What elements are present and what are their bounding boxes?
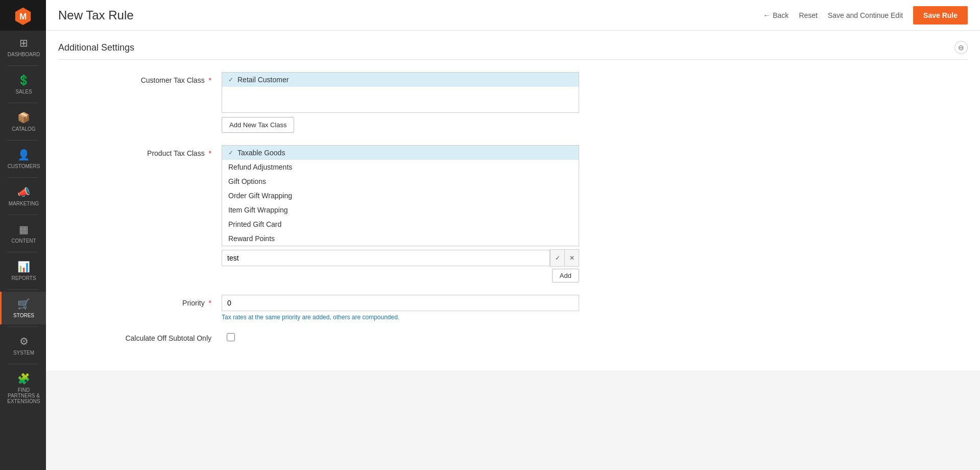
priority-row: Priority * Tax rates at the same priorit… [58, 295, 968, 321]
section-collapse-button[interactable]: ⊖ [954, 41, 968, 54]
reset-button[interactable]: Reset [799, 11, 818, 19]
partners-icon: 🧩 [17, 372, 30, 385]
product-tax-class-list[interactable]: ✓ Taxable Goods Refund Adjustments Gift … [222, 145, 579, 246]
list-item-label: Printed Gift Card [228, 220, 281, 228]
calculate-off-subtotal-row: Calculate Off Subtotal Only [58, 333, 968, 343]
sidebar-item-sales[interactable]: 💲 SALES [0, 68, 46, 101]
sidebar-item-find-partners[interactable]: 🧩 FIND PARTNERS & EXTENSIONS [0, 366, 46, 410]
new-tax-action-buttons: ✓ ✕ [550, 249, 579, 267]
page-title: New Tax Rule [58, 8, 753, 22]
product-tax-class-field: ✓ Taxable Goods Refund Adjustments Gift … [222, 145, 579, 283]
svg-text:M: M [19, 12, 27, 21]
sidebar-item-label: FIND PARTNERS & EXTENSIONS [4, 387, 43, 404]
add-new-customer-tax-class-button[interactable]: Add New Tax Class [222, 117, 294, 133]
sidebar-item-catalog[interactable]: 📦 CATALOG [0, 105, 46, 138]
sidebar-item-label: SYSTEM [13, 350, 34, 356]
sidebar-logo: M [0, 0, 46, 31]
list-item-label: Order Gift Wrapping [228, 192, 292, 200]
section-title: Additional Settings [58, 42, 134, 53]
sidebar-divider-2 [8, 103, 38, 103]
list-item[interactable]: Reward Points [222, 231, 579, 246]
sidebar-item-label: CATALOG [12, 126, 35, 132]
sidebar-item-marketing[interactable]: 📣 MARKETING [0, 180, 46, 213]
priority-label: Priority * [109, 295, 222, 307]
customer-tax-class-list[interactable]: ✓ Retail Customer [222, 72, 579, 113]
new-tax-class-input[interactable] [222, 250, 550, 266]
product-tax-class-row: Product Tax Class * ✓ Taxable Goods Refu… [58, 145, 968, 283]
list-item[interactable]: ✓ Taxable Goods [222, 146, 579, 160]
new-tax-input-row: ✓ ✕ [222, 249, 579, 267]
add-product-tax-class-button[interactable]: Add [552, 269, 579, 283]
required-star-product: * [209, 149, 211, 157]
required-star-priority: * [209, 299, 211, 307]
sidebar-item-label: CONTENT [11, 238, 36, 244]
product-tax-class-label: Product Tax Class * [109, 145, 222, 157]
sales-icon: 💲 [17, 74, 30, 86]
list-item-label: Retail Customer [237, 76, 289, 84]
calculate-off-subtotal-checkbox[interactable] [227, 333, 235, 341]
back-arrow-icon: ← [763, 11, 770, 19]
back-button[interactable]: ← Back [763, 11, 788, 19]
header-actions: ← Back Reset Save and Continue Edit Save… [763, 6, 968, 25]
sidebar-divider-5 [8, 215, 38, 215]
sidebar-divider-8 [8, 326, 38, 327]
stores-icon: 🛒 [17, 298, 30, 310]
header: New Tax Rule ← Back Reset Save and Conti… [46, 0, 980, 31]
sidebar-item-dashboard[interactable]: ⊞ DASHBOARD [0, 31, 46, 63]
list-item[interactable]: Refund Adjustments [222, 160, 579, 174]
sidebar-item-label: STORES [13, 313, 34, 318]
main-area: New Tax Rule ← Back Reset Save and Conti… [46, 0, 980, 470]
sidebar-item-label: REPORTS [11, 275, 36, 281]
add-button-row: Add [222, 269, 579, 283]
sidebar-divider-7 [8, 289, 38, 290]
check-icon: ✓ [228, 149, 233, 156]
check-icon: ✓ [228, 76, 233, 83]
cancel-new-tax-button[interactable]: ✕ [564, 250, 579, 266]
sidebar-item-label: MARKETING [9, 201, 39, 206]
save-rule-button[interactable]: Save Rule [913, 6, 968, 25]
save-continue-button[interactable]: Save and Continue Edit [828, 11, 903, 19]
sidebar-divider-9 [8, 364, 38, 364]
sidebar-item-content[interactable]: ▦ CONTENT [0, 217, 46, 250]
calculate-off-subtotal-field [227, 333, 235, 343]
collapse-icon: ⊖ [958, 43, 964, 52]
list-item[interactable]: Gift Options [222, 174, 579, 189]
list-item[interactable]: Printed Gift Card [222, 217, 579, 231]
system-icon: ⚙ [19, 335, 29, 347]
customer-tax-class-row: Customer Tax Class * ✓ Retail Customer A… [58, 72, 968, 133]
calculate-off-subtotal-label: Calculate Off Subtotal Only [109, 334, 222, 342]
list-item-label: Refund Adjustments [228, 163, 292, 171]
sidebar-item-system[interactable]: ⚙ SYSTEM [0, 329, 46, 362]
sidebar-divider-1 [8, 65, 38, 66]
list-item[interactable]: ✓ Retail Customer [222, 73, 579, 87]
reports-icon: 📊 [17, 261, 30, 273]
sidebar-item-reports[interactable]: 📊 REPORTS [0, 254, 46, 287]
confirm-new-tax-button[interactable]: ✓ [550, 250, 564, 266]
sidebar: M ⊞ DASHBOARD 💲 SALES 📦 CATALOG 👤 CUSTOM… [0, 0, 46, 470]
customer-tax-class-label: Customer Tax Class * [109, 72, 222, 84]
list-item[interactable]: Order Gift Wrapping [222, 189, 579, 203]
list-item-label: Item Gift Wrapping [228, 206, 288, 214]
marketing-icon: 📣 [17, 186, 30, 198]
sidebar-item-label: CUSTOMERS [8, 163, 40, 169]
catalog-icon: 📦 [17, 111, 30, 124]
list-item-label: Taxable Goods [237, 149, 285, 157]
sidebar-divider-3 [8, 140, 38, 140]
section-header: Additional Settings ⊖ [58, 41, 968, 60]
priority-input[interactable] [222, 295, 579, 311]
priority-field: Tax rates at the same priority are added… [222, 295, 579, 321]
list-item-label: Gift Options [228, 177, 266, 185]
priority-note: Tax rates at the same priority are added… [222, 314, 579, 321]
list-item-label: Reward Points [228, 234, 275, 243]
sidebar-item-label: SALES [15, 89, 32, 95]
sidebar-divider-4 [8, 177, 38, 178]
dashboard-icon: ⊞ [19, 37, 28, 49]
customer-tax-class-field: ✓ Retail Customer Add New Tax Class [222, 72, 579, 133]
sidebar-item-customers[interactable]: 👤 CUSTOMERS [0, 143, 46, 175]
content-area: Additional Settings ⊖ Customer Tax Class… [46, 31, 980, 470]
additional-settings-section: Additional Settings ⊖ Customer Tax Class… [46, 31, 980, 370]
customers-icon: 👤 [17, 149, 30, 161]
list-item[interactable]: Item Gift Wrapping [222, 203, 579, 217]
sidebar-item-stores[interactable]: 🛒 STORES [0, 292, 46, 324]
required-star: * [209, 76, 211, 84]
